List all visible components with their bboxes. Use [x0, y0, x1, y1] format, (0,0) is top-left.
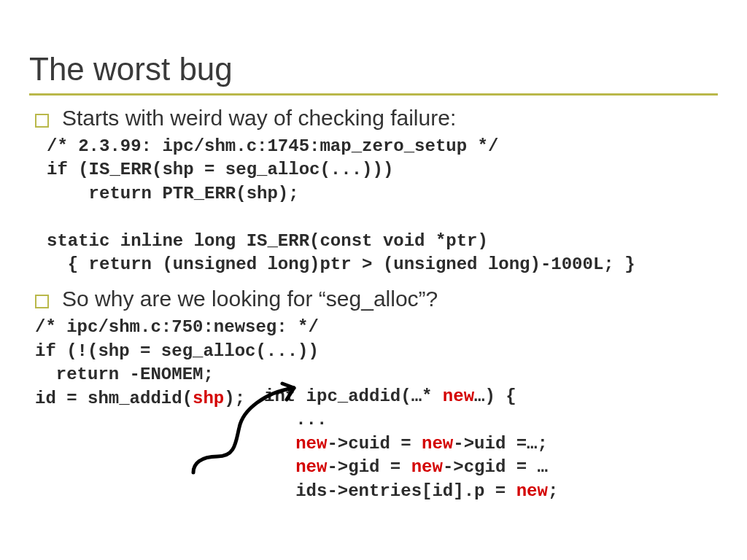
code2-l1: /* ipc/shm.c:750:newseg: */	[35, 317, 319, 337]
code2-l3: return -ENOMEM;	[35, 365, 214, 384]
code-block-1: /* 2.3.99: ipc/shm.c:1745:map_zero_setup…	[47, 135, 718, 276]
bullet-2-text: So why are we looking for “seg_alloc”?	[62, 287, 438, 311]
code3-l4-new2: new	[411, 457, 443, 477]
bullet-box-icon	[35, 114, 49, 128]
code3-l4a	[264, 457, 295, 477]
code2-l2: if (!(shp = seg_alloc(...))	[35, 341, 319, 361]
code3-l4b: ->gid =	[327, 457, 411, 477]
code3-l5a: ids->entries[id].p =	[264, 481, 516, 501]
code3-l3-new2: new	[422, 434, 453, 454]
code-block-3: int ipc_addid(…* new…) { ... new->cuid =…	[264, 385, 558, 503]
code3-l3-new1: new	[295, 434, 327, 454]
code2-l4b: );	[224, 389, 245, 408]
slide: The worst bug Starts with weird way of c…	[0, 0, 747, 560]
code2-shp: shp	[193, 389, 224, 408]
code1-l2: if (IS_ERR(shp = seg_alloc(...)))	[47, 160, 393, 179]
bullet-2: So why are we looking for “seg_alloc”?	[35, 287, 718, 311]
code2-l4a: id = shm_addid(	[35, 389, 193, 408]
code3-l5b: ;	[548, 481, 558, 501]
slide-title: The worst bug	[29, 51, 718, 88]
code3-l1b: …) {	[474, 386, 516, 406]
code3-l3b: ->cuid =	[327, 434, 422, 454]
bullet-1: Starts with weird way of checking failur…	[35, 106, 718, 131]
code3-l4c: ->cgid = …	[443, 457, 548, 477]
title-rule	[29, 93, 718, 96]
code3-l4-new1: new	[295, 457, 327, 477]
code1-l3: return PTR_ERR(shp);	[47, 184, 299, 203]
bullet-box-icon	[35, 295, 49, 308]
code3-l2: ...	[264, 410, 327, 429]
code1-l6: { return (unsigned long)ptr > (unsigned …	[47, 254, 635, 274]
code3-l3c: ->uid =…;	[453, 434, 548, 454]
code1-l5: static inline long IS_ERR(const void *pt…	[47, 231, 488, 251]
code3-l1-new: new	[443, 386, 474, 406]
code3-l3a	[264, 434, 295, 454]
code3-l1a: int ipc_addid(…*	[264, 386, 443, 406]
code1-l1: /* 2.3.99: ipc/shm.c:1745:map_zero_setup…	[47, 136, 498, 156]
code3-l5-new: new	[516, 481, 548, 501]
bullet-1-text: Starts with weird way of checking failur…	[62, 106, 456, 131]
